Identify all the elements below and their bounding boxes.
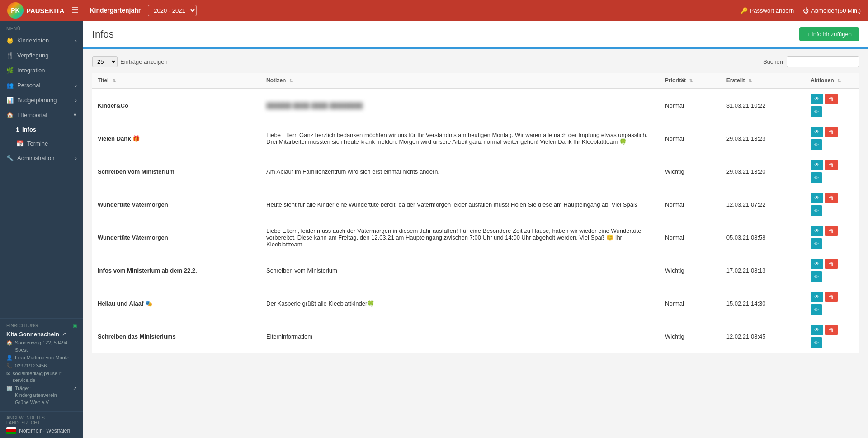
sidebar-item-personal[interactable]: 👥 Personal › (0, 78, 83, 93)
einrichtung-contact: 👤 Frau Marlene von Moritz (6, 354, 77, 361)
cell-erstellt: 17.02.21 08:13 (721, 254, 806, 287)
traeger-icon: 🏢 (6, 385, 13, 392)
edit-button[interactable]: ✏ (811, 205, 822, 216)
edit-button[interactable]: ✏ (811, 271, 822, 282)
delete-button[interactable]: 🗑 (825, 226, 838, 236)
sidebar-item-integration[interactable]: 🌿 Integration (0, 63, 83, 78)
action-row-bottom: ✏ (811, 205, 854, 216)
einrichtung-section: EINRICHTUNG ▣ Kita Sonnenschein ↗ 🏠 Sonn… (0, 318, 83, 411)
view-button[interactable]: 👁 (811, 94, 823, 104)
einrichtung-edit-icon[interactable]: ▣ (73, 323, 77, 328)
kindergartenjahr-label: Kindergartenjahr (90, 7, 141, 14)
view-button[interactable]: 👁 (811, 127, 823, 137)
sidebar-item-verpflegung[interactable]: 🍴 Verpflegung (0, 48, 83, 63)
view-button[interactable]: 👁 (811, 325, 823, 335)
einrichtung-address: 🏠 Sonnenweg 122, 59494 Soest (6, 339, 77, 353)
view-button[interactable]: 👁 (811, 292, 823, 302)
delete-button[interactable]: 🗑 (825, 160, 838, 170)
cell-erstellt: 29.03.21 13:23 (721, 122, 806, 155)
cell-prioritaet: Wichtig (660, 155, 721, 188)
table-header: Titel ⇅ Notizen ⇅ Priorität ⇅ Erstellt (92, 73, 859, 89)
cell-titel: Hellau und Alaaf 🎭 (92, 287, 261, 320)
password-change-link[interactable]: 🔑 Passwort ändern (741, 7, 794, 14)
nrw-flag-icon (6, 427, 16, 434)
notizen-sort-icon[interactable]: ⇅ (289, 78, 293, 83)
sidebar-item-administration[interactable]: 🔧 Administration › (0, 151, 83, 165)
delete-button[interactable]: 🗑 (825, 325, 838, 335)
cell-titel: Schreiben das Ministeriums (92, 320, 261, 353)
administration-label: Administration (17, 155, 54, 161)
view-button[interactable]: 👁 (811, 259, 823, 269)
cell-titel: Vielen Dank 🎁 (92, 122, 261, 155)
sidebar: MENÜ 👶 Kinderdaten › 🍴 Verpflegung 🌿 Int… (0, 21, 83, 438)
power-icon: ⏻ (803, 7, 809, 14)
col-header-prioritaet: Priorität ⇅ (660, 73, 721, 89)
aktionen-sort-icon[interactable]: ⇅ (837, 78, 841, 83)
sidebar-item-termine[interactable]: 📅 Termine (0, 137, 83, 151)
cell-aktionen: 👁 🗑 ✏ (805, 221, 859, 254)
landesrecht-value: Nordrhein- Westfalen (6, 427, 77, 434)
integration-icon: 🌿 (6, 67, 14, 74)
kinderdaten-label: Kinderdaten (17, 37, 49, 44)
einrichtung-header: EINRICHTUNG ▣ (6, 323, 77, 328)
topbar: PK PAUSEKITA ☰ Kindergartenjahr 2020 - 2… (0, 0, 868, 21)
sidebar-item-elternportal[interactable]: 🏠 Elternportal ∨ (0, 108, 83, 122)
edit-button[interactable]: ✏ (811, 238, 822, 249)
infos-table: Titel ⇅ Notizen ⇅ Priorität ⇅ Erstellt (92, 73, 859, 353)
edit-button[interactable]: ✏ (811, 172, 822, 183)
edit-button[interactable]: ✏ (811, 106, 822, 117)
integration-label: Integration (17, 67, 45, 74)
action-buttons: 👁 🗑 ✏ (811, 193, 854, 216)
einrichtung-traeger: 🏢 Träger: Kindergartenverein Grüne Welt … (6, 385, 77, 406)
cell-notizen: Liebe Eltern, leider muss auch der Väter… (261, 221, 660, 254)
cell-notizen: Heute steht für alle Kinder eine Wundert… (261, 188, 660, 221)
edit-button[interactable]: ✏ (811, 139, 822, 150)
email-icon: ✉ (6, 370, 10, 377)
cell-aktionen: 👁 🗑 ✏ (805, 89, 859, 122)
delete-button[interactable]: 🗑 (825, 292, 838, 302)
kinderdaten-icon: 👶 (6, 37, 14, 44)
einrichtung-link-icon[interactable]: ↗ (62, 331, 66, 337)
delete-button[interactable]: 🗑 (825, 259, 838, 269)
delete-button[interactable]: 🗑 (825, 193, 838, 203)
einrichtung-phone: 📞 02921/123456 (6, 363, 77, 369)
erstellt-sort-icon[interactable]: ⇅ (748, 78, 752, 83)
cell-erstellt: 15.02.21 14:30 (721, 287, 806, 320)
view-button[interactable]: 👁 (811, 226, 823, 236)
address-icon: 🏠 (6, 339, 13, 346)
sidebar-item-kinderdaten[interactable]: 👶 Kinderdaten › (0, 33, 83, 48)
menu-toggle-icon[interactable]: ☰ (71, 5, 79, 15)
logo-text: PAUSEKITA (26, 7, 64, 14)
sidebar-item-budgetplanung[interactable]: 📊 Budgetplanung › (0, 93, 83, 108)
entries-select[interactable]: 25 10 50 100 (92, 56, 118, 67)
personal-chevron: › (75, 83, 77, 88)
titel-sort-icon[interactable]: ⇅ (112, 78, 116, 83)
delete-button[interactable]: 🗑 (825, 127, 838, 137)
elternportal-icon: 🏠 (6, 112, 14, 118)
cell-aktionen: 👁 🗑 ✏ (805, 287, 859, 320)
view-button[interactable]: 👁 (811, 193, 823, 203)
col-header-aktionen: Aktionen ⇅ (805, 73, 859, 89)
table-container: 25 10 50 100 Einträge anzeigen Suchen (83, 49, 868, 438)
budgetplanung-chevron: › (75, 98, 77, 103)
view-button[interactable]: 👁 (811, 160, 823, 170)
action-row-bottom: ✏ (811, 271, 854, 282)
cell-notizen: ██████ ████ ████ ████████ (261, 89, 660, 122)
prioritaet-sort-icon[interactable]: ⇅ (689, 78, 693, 83)
cell-notizen: Liebe Eltern Ganz herzlich bedanken möch… (261, 122, 660, 155)
budgetplanung-label: Budgetplanung (17, 97, 57, 104)
topbar-right: 🔑 Passwort ändern ⏻ Abmelden(60 Min.) (741, 7, 861, 14)
action-row-bottom: ✏ (811, 238, 854, 249)
year-select[interactable]: 2020 - 2021 2019 - 2020 2021 - 2022 (148, 5, 197, 16)
add-info-button[interactable]: + Info hinzufügen (799, 27, 859, 41)
edit-button[interactable]: ✏ (811, 337, 822, 348)
cell-prioritaet: Normal (660, 188, 721, 221)
logout-link[interactable]: ⏻ Abmelden(60 Min.) (803, 7, 861, 14)
sidebar-item-infos[interactable]: ℹ Infos (0, 122, 83, 137)
traeger-link-icon[interactable]: ↗ (73, 385, 77, 392)
delete-button[interactable]: 🗑 (825, 94, 838, 104)
administration-chevron: › (75, 155, 77, 161)
edit-button[interactable]: ✏ (811, 304, 822, 315)
action-row-top: 👁 🗑 (811, 259, 854, 269)
search-input[interactable] (787, 56, 859, 67)
